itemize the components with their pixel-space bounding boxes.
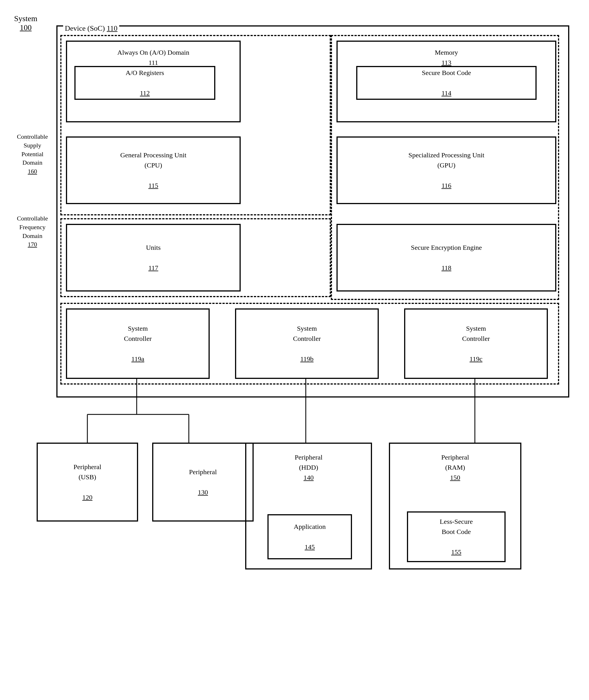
sc-c-box: SystemController 119c — [404, 308, 548, 379]
soc-label: Device (SoC) 110 — [63, 24, 119, 33]
peripheral-ram-label: Peripheral(RAM) 150 — [390, 452, 520, 483]
cpu-content: General Processing Unit(CPU) 115 — [67, 138, 239, 203]
peripheral-130-box: Peripheral 130 — [152, 443, 254, 522]
freq-label-number: 170 — [28, 241, 37, 248]
sc-b-box: SystemController 119b — [235, 308, 379, 379]
peripheral-usb-box: Peripheral(USB) 120 — [37, 443, 138, 522]
units-box: Units 117 — [66, 224, 241, 292]
memory-label: Memory 113 — [338, 47, 555, 68]
soc-box: Device (SoC) 110 Always On (A/O) Domain … — [56, 25, 569, 397]
diagram-root: System 100 Controllable Supply Potential… — [8, 8, 581, 694]
see-content: Secure Encryption Engine 118 — [338, 225, 555, 290]
system-number: 100 — [20, 23, 32, 32]
supply-label-number: 160 — [28, 168, 37, 175]
peripheral-hdd-box: Peripheral(HDD) 140 Application 145 — [245, 443, 372, 569]
units-content: Units 117 — [67, 225, 239, 290]
supply-label-text: Controllable Supply Potential Domain — [11, 133, 53, 167]
secure-boot-box: Secure Boot Code 114 — [356, 66, 537, 100]
less-secure-content: Less-SecureBoot Code 155 — [408, 513, 505, 561]
gpu-box: Specialized Processing Unit(GPU) 116 — [337, 137, 556, 204]
see-box: Secure Encryption Engine 118 — [337, 224, 556, 292]
freq-domain-label: Controllable Frequency Domain 170 — [11, 214, 53, 249]
application-content: Application 145 — [268, 515, 351, 558]
less-secure-box: Less-SecureBoot Code 155 — [407, 511, 506, 562]
sc-b-content: SystemController 119b — [236, 310, 378, 378]
ao-domain-label: Always On (A/O) Domain 111 — [67, 47, 239, 68]
secure-boot-content: Secure Boot Code 114 — [357, 67, 536, 99]
peripheral-hdd-label: Peripheral(HDD) 140 — [246, 452, 371, 483]
application-box: Application 145 — [267, 514, 352, 559]
sc-a-box: SystemController 119a — [66, 308, 210, 379]
peripheral-130-content: Peripheral 130 — [153, 444, 252, 520]
freq-label-text: Controllable Frequency Domain — [11, 214, 53, 240]
gpu-content: Specialized Processing Unit(GPU) 116 — [338, 138, 555, 203]
supply-domain-label: Controllable Supply Potential Domain 160 — [11, 133, 53, 176]
sc-a-content: SystemController 119a — [67, 310, 209, 378]
system-text: System — [14, 14, 37, 23]
peripheral-ram-box: Peripheral(RAM) 150 Less-SecureBoot Code… — [389, 443, 521, 569]
ao-registers-box: A/O Registers 112 — [74, 66, 215, 100]
ao-registers-content: A/O Registers 112 — [75, 67, 214, 99]
system-label: System 100 — [14, 14, 37, 32]
peripheral-usb-content: Peripheral(USB) 120 — [38, 444, 137, 520]
cpu-box: General Processing Unit(CPU) 115 — [66, 137, 241, 204]
sc-c-content: SystemController 119c — [405, 310, 547, 378]
